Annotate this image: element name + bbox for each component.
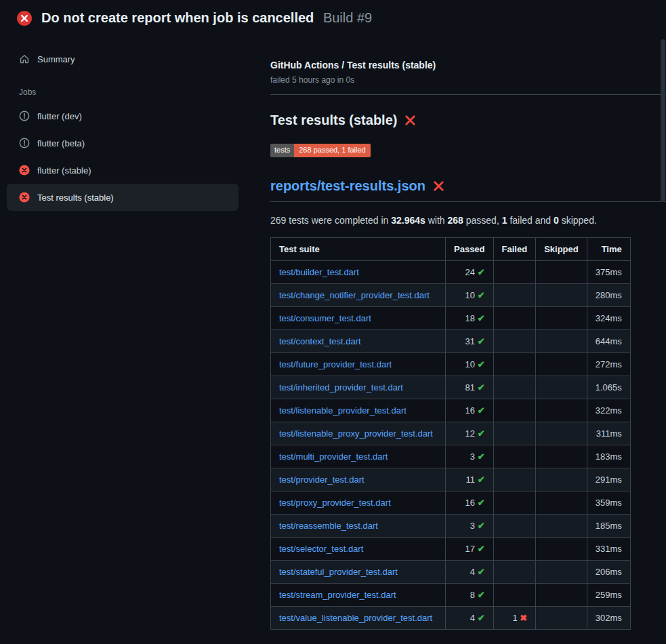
suite-link[interactable]: test/listenable_provider_test.dart [279,405,407,416]
home-icon [19,54,30,64]
sidebar-item-label: flutter (dev) [37,111,82,121]
table-row: test/future_provider_test.dart10 ✔272ms [271,353,631,376]
badge-value: 268 passed, 1 failed [294,144,370,157]
passed-count: 11 [466,475,478,485]
suite-link[interactable]: test/context_test.dart [279,336,361,346]
suite-link[interactable]: test/proxy_provider_test.dart [279,498,391,508]
table-row: test/selector_test.dart17 ✔331ms [271,538,631,561]
passed-count: 10 [465,359,478,369]
passed-count: 8 [470,590,478,600]
tests-summary-sentence: 269 tests were completed in 32.964s with… [270,215,666,226]
passed-cell: 17 ✔ [446,538,494,561]
column-header-skipped: Skipped [536,238,587,261]
skipped-cell [536,561,587,584]
check-run-output: GitHub Actions / Test results (stable) f… [254,35,666,630]
suite-cell: test/listenable_provider_test.dart [271,399,446,422]
suite-link[interactable]: test/selector_test.dart [279,544,363,554]
jobs-section-heading: Jobs [19,87,238,97]
table-row: test/stream_provider_test.dart8 ✔259ms [271,584,631,607]
skipped-cell [536,376,587,399]
fail-x-icon: ✖ [520,613,527,623]
suite-cell: test/listenable_proxy_provider_test.dart [271,422,446,445]
failed-cell [493,422,536,445]
vertical-scrollbar-thumb[interactable] [661,39,665,202]
summary-passed-count: 268 [448,215,463,226]
failed-cell [493,538,536,561]
suite-link[interactable]: test/stream_provider_test.dart [279,590,396,600]
jobs-sidebar: Summary Jobs flutter (dev) flut [0,35,254,211]
column-header-test-suite: Test suite [271,238,446,261]
column-header-time: Time [587,238,630,261]
suite-link[interactable]: test/multi_provider_test.dart [279,451,388,462]
suite-link[interactable]: test/inherited_provider_test.dart [279,382,403,393]
failed-cell [493,561,536,584]
sidebar-item-summary[interactable]: Summary [7,45,238,73]
suite-link[interactable]: test/value_listenable_provider_test.dart [279,613,432,623]
table-row: test/inherited_provider_test.dart81 ✔1.0… [271,376,631,399]
failed-cell [493,399,536,422]
passed-count: 3 [470,521,478,531]
time-cell: 1.065s [587,376,630,399]
passed-count: 16 [465,405,478,416]
passed-cell: 8 ✔ [446,584,494,607]
time-cell: 644ms [587,330,630,353]
skipped-cell [536,284,587,307]
table-row: test/builder_test.dart24 ✔375ms [271,261,631,284]
pass-check-icon: ✔ [478,313,485,323]
passed-count: 31 [465,336,478,346]
failed-cell [493,445,536,468]
passed-cell: 10 ✔ [446,284,494,307]
failed-cell [493,515,536,538]
sidebar-item-flutter-dev[interactable]: flutter (dev) [7,102,238,129]
pass-check-icon: ✔ [478,451,485,462]
passed-cell: 12 ✔ [446,422,494,445]
time-cell: 322ms [587,399,630,422]
suite-cell: test/stream_provider_test.dart [271,584,446,607]
suite-link[interactable]: test/stateful_provider_test.dart [279,567,398,577]
suite-link[interactable]: test/future_provider_test.dart [279,359,392,369]
suite-cell: test/inherited_provider_test.dart [271,376,446,399]
table-row: test/listenable_proxy_provider_test.dart… [271,422,631,445]
suite-link[interactable]: test/consumer_test.dart [279,313,371,323]
time-cell: 291ms [587,468,630,491]
skipped-cell [536,353,587,376]
time-cell: 280ms [587,284,630,307]
suite-link[interactable]: test/builder_test.dart [279,267,359,277]
red-x-icon [404,115,416,126]
sidebar-item-label: flutter (stable) [37,165,91,176]
pass-check-icon: ✔ [478,336,485,346]
failed-cell: 1 ✖ [493,607,536,630]
suite-link[interactable]: test/change_notifier_provider_test.dart [279,290,430,300]
suite-link[interactable]: test/provider_test.dart [279,475,365,485]
passed-count: 16 [465,498,478,508]
summary-skipped-count: 0 [554,215,559,226]
failed-circle-icon [17,11,32,26]
results-table-body: test/builder_test.dart24 ✔375mstest/chan… [271,261,631,630]
suite-link[interactable]: test/listenable_proxy_provider_test.dart [279,428,433,439]
time-cell: 259ms [587,584,630,607]
tests-status-badge: tests 268 passed, 1 failed [270,144,371,157]
report-file-link[interactable]: reports/test-results.json [270,178,425,194]
skipped-cell [536,422,587,445]
pass-check-icon: ✔ [478,590,485,600]
skipped-cell [536,261,587,284]
column-header-failed: Failed [493,238,536,261]
sidebar-item-flutter-beta[interactable]: flutter (beta) [7,129,238,157]
build-number: Build #9 [323,10,372,25]
sidebar-item-flutter-stable[interactable]: flutter (stable) [7,157,238,184]
sidebar-item-test-results-stable[interactable]: Test results (stable) [7,184,238,211]
pass-check-icon: ✔ [478,613,485,623]
time-cell: 272ms [587,353,630,376]
skipped-cell [536,538,587,561]
time-cell: 206ms [587,561,630,584]
workflow-run-title: Do not create report when job is cancell… [41,10,314,25]
table-header-row: Test suite Passed Failed Skipped Time [271,238,631,261]
suite-link[interactable]: test/reassemble_test.dart [279,521,378,531]
failed-cell [493,261,536,284]
passed-count: 10 [465,290,478,300]
passed-cell: 18 ✔ [446,307,494,330]
skipped-cell [536,468,587,491]
passed-count: 3 [470,451,478,462]
passed-cell: 3 ✔ [446,515,494,538]
summary-duration: 32.964s [391,215,425,226]
